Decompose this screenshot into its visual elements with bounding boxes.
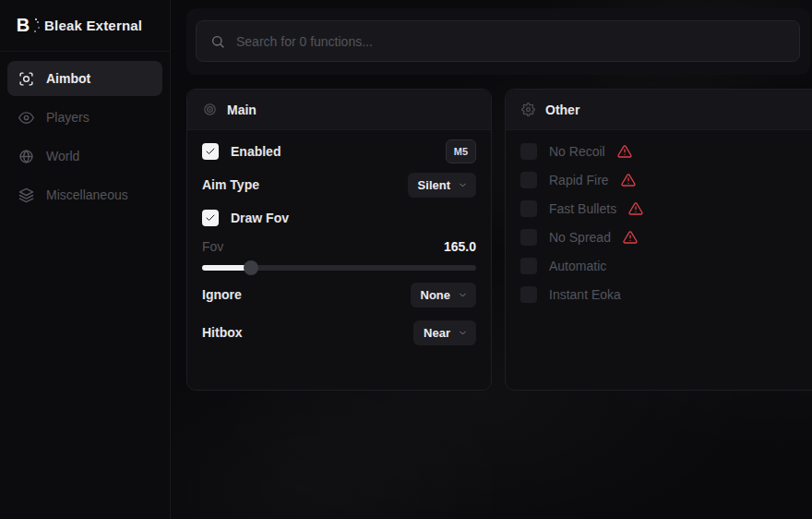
- sidebar-item[interactable]: Miscellaneous: [7, 177, 162, 212]
- option-label: Rapid Fire: [549, 173, 609, 187]
- sidebar: B Bleak External Aimbot Players World: [0, 0, 171, 519]
- fov-slider-row: [202, 261, 476, 274]
- warning-icon: [623, 230, 638, 245]
- app-window: B Bleak External Aimbot Players World: [0, 0, 812, 519]
- sidebar-item[interactable]: Players: [7, 100, 162, 135]
- option-checkbox[interactable]: [520, 286, 537, 303]
- enabled-label: Enabled: [231, 144, 281, 159]
- option-label: Fast Bullets: [549, 201, 616, 216]
- option-checkbox[interactable]: [520, 143, 537, 160]
- chevron-down-icon: [458, 290, 468, 300]
- app-title: Bleak External: [44, 18, 142, 33]
- sidebar-item-label: Aimbot: [46, 71, 90, 86]
- globe-icon: [18, 149, 34, 164]
- other-option-row: No Spread: [520, 228, 809, 247]
- target-icon: [203, 103, 217, 116]
- warning-icon: [621, 173, 636, 187]
- sidebar-item-label: Players: [46, 110, 90, 125]
- sidebar-nav: Aimbot Players World Miscellaneous: [0, 52, 170, 222]
- warning-icon: [617, 144, 632, 159]
- fov-value: 165.0: [444, 239, 476, 254]
- other-option-row: Fast Bullets: [520, 199, 809, 218]
- ignore-row: Ignore None: [202, 283, 476, 307]
- hitbox-label: Hitbox: [202, 325, 243, 340]
- other-panel: Other No Recoil Rapid Fire: [505, 89, 812, 391]
- main-panel-title: Main: [227, 103, 257, 117]
- ignore-label: Ignore: [202, 287, 242, 302]
- aim-type-dropdown[interactable]: Silent: [408, 173, 476, 198]
- hitbox-dropdown[interactable]: Near: [413, 320, 476, 345]
- other-panel-header: Other: [506, 90, 812, 130]
- crosshair-icon: [18, 71, 34, 87]
- ignore-dropdown[interactable]: None: [411, 283, 477, 308]
- gear-icon: [521, 103, 535, 116]
- other-option-row: Automatic: [520, 257, 809, 275]
- fov-label: Fov: [202, 239, 223, 254]
- aim-type-row: Aim Type Silent: [202, 173, 476, 197]
- sidebar-item[interactable]: Aimbot: [7, 61, 162, 96]
- search-container: [186, 8, 810, 75]
- enabled-checkbox[interactable]: [202, 143, 219, 160]
- option-checkbox[interactable]: [520, 229, 537, 246]
- fov-slider[interactable]: [202, 265, 476, 271]
- ignore-value: None: [421, 288, 451, 302]
- main-panel: Main Enabled M5 Aim Type Silent: [186, 89, 492, 391]
- main-panel-header: Main: [187, 90, 491, 130]
- draw-fov-label: Draw Fov: [231, 211, 289, 225]
- enabled-row: Enabled M5: [202, 139, 476, 163]
- search-input[interactable]: [236, 34, 785, 49]
- search-icon: [210, 34, 225, 49]
- chevron-down-icon: [458, 180, 468, 190]
- aim-type-value: Silent: [418, 178, 450, 192]
- other-option-row: Rapid Fire: [520, 171, 809, 189]
- other-option-row: No Recoil: [520, 142, 809, 161]
- option-checkbox[interactable]: [520, 172, 537, 188]
- hitbox-value: Near: [424, 326, 450, 340]
- hitbox-row: Hitbox Near: [202, 320, 476, 344]
- option-checkbox[interactable]: [520, 258, 537, 274]
- sidebar-item[interactable]: World: [7, 139, 162, 174]
- option-label: No Recoil: [549, 144, 605, 159]
- fov-header-row: Fov 165.0: [202, 237, 476, 256]
- option-checkbox[interactable]: [520, 200, 537, 217]
- main-panel-body: Enabled M5 Aim Type Silent Draw Fov: [187, 139, 491, 344]
- draw-fov-row: Draw Fov: [202, 206, 476, 230]
- app-logo: B: [12, 15, 34, 37]
- search-box[interactable]: [196, 20, 800, 62]
- option-label: Automatic: [549, 259, 606, 273]
- warning-icon: [628, 201, 643, 216]
- content-area: Main Enabled M5 Aim Type Silent: [172, 0, 812, 519]
- sidebar-item-label: Miscellaneous: [46, 187, 128, 202]
- eye-icon: [18, 110, 34, 126]
- option-label: Instant Eoka: [549, 287, 621, 302]
- brand-header: B Bleak External: [0, 0, 170, 52]
- draw-fov-checkbox[interactable]: [202, 210, 219, 226]
- enabled-keybind-button[interactable]: M5: [446, 139, 476, 163]
- other-panel-title: Other: [545, 103, 579, 117]
- other-option-row: Instant Eoka: [520, 285, 809, 304]
- chevron-down-icon: [458, 328, 468, 338]
- fov-slider-handle[interactable]: [244, 260, 258, 275]
- layers-icon: [18, 187, 34, 203]
- sidebar-item-label: World: [46, 149, 79, 163]
- other-panel-body: No Recoil Rapid Fire Fast Bullets: [506, 130, 812, 304]
- aim-type-label: Aim Type: [202, 177, 259, 192]
- option-label: No Spread: [549, 230, 611, 245]
